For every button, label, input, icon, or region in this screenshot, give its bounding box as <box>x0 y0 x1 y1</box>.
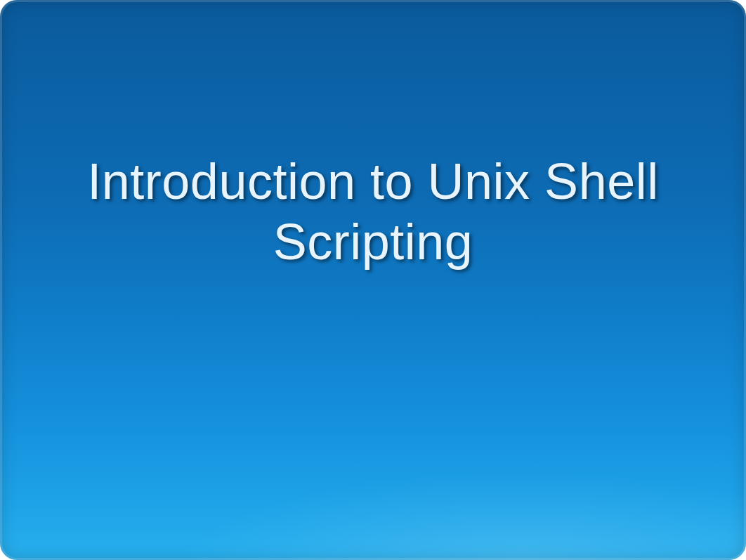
slide-title: Introduction to Unix Shell Scripting <box>57 151 689 273</box>
presentation-slide: Introduction to Unix Shell Scripting <box>0 0 746 560</box>
